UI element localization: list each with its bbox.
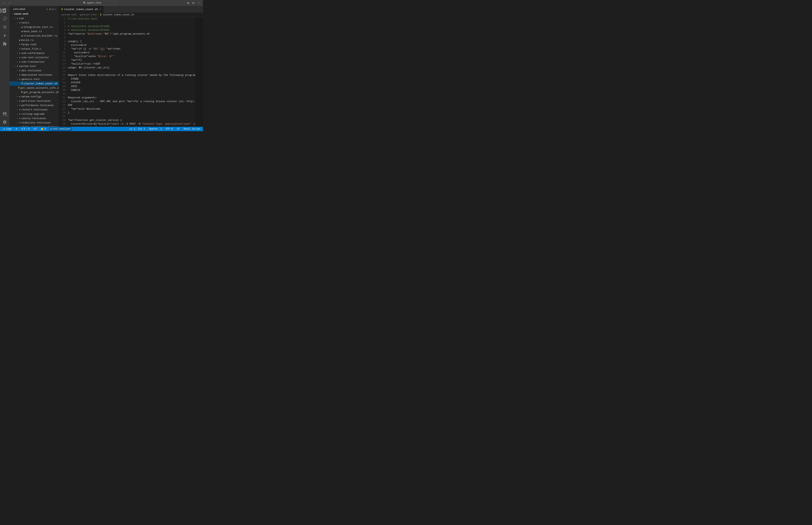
tree-item-system-test[interactable]: ▾▾system-test [10,64,59,68]
code-line: STAKE [68,77,191,81]
encoding-label: UTF-8 [166,127,173,130]
line-number: 10 [60,51,65,55]
refresh-icon[interactable]: ↺ [52,7,54,11]
code-content[interactable]: #!/usr/bin/env bash # shellcheck disable… [68,17,195,127]
code-line: cluster_rpc_url - RPC URL and port "kw">… [68,100,191,103]
tree-item-stability-testcases[interactable]: ▸▾stability-testcases [10,120,59,125]
extensions-icon[interactable] [1,40,9,48]
tree-item-svm[interactable]: ▾▾svm [10,16,59,20]
file-icon: ▾ [19,51,20,55]
search-activity-icon[interactable] [1,15,9,23]
line-number: 23 [60,100,65,103]
status-bar: ⎇ logs ⟳ ⊗ 0 ⚠ 0 ℹ 0 🔔 0 ⚙ rust-analyzer… [0,127,203,131]
tree-item-netem-configs[interactable]: ▸▾netem-configs [10,94,59,99]
layout-button[interactable]: ⊞ [186,1,190,5]
tree-item-genesis-test[interactable]: ▾▾genesis-test [10,77,59,81]
language-status[interactable]: Shell Script [183,127,201,131]
search-icon: 🔍 [83,2,86,4]
line-number: 26 [60,111,65,115]
new-file-icon[interactable]: ＋ [46,7,49,11]
settings-icon[interactable] [1,118,9,126]
activity-bar [0,6,10,127]
line-ending-label: LF [177,127,180,130]
git-branch-status[interactable]: ⎇ logs [2,127,13,131]
run-icon[interactable] [1,32,9,40]
spaces-status[interactable]: Spaces: 2 [148,127,163,131]
tree-item-integration_test-rs[interactable]: ◆integration_test.rs [10,25,59,29]
new-folder-icon[interactable]: ⊕ [49,7,51,11]
tab-bar: $ cluster_token_count.sh × [59,6,203,13]
tree-item-deprecated-testcases[interactable]: ▸▾deprecated-testcases [10,73,59,77]
tree-item-mock_bank-rs[interactable]: ◆mock_bank.rs [10,29,59,33]
tree-item-label: transaction_builder.rs [24,34,58,38]
tree-item-restart-testcases[interactable]: ▸▾restart-testcases [10,107,59,112]
folder-arrow: ▾ [13,65,17,68]
folder-arrow: ▸ [16,74,19,76]
tab-close-button[interactable]: × [99,8,101,11]
tree-item-transaction_builder-rs[interactable]: ◆transaction_builder.rs [10,33,59,38]
global-search[interactable]: 🔍 agave-zkvm [81,1,117,5]
tree-item-svm-conformance[interactable]: ▸▾svm-conformance [10,51,59,55]
back-button[interactable]: ← [2,1,6,5]
tree-item-tests[interactable]: ▾▾tests [10,20,59,25]
tree-item-abi-testcases[interactable]: ▸▾abi-testcases [10,68,59,73]
tree-item-performance-testcases[interactable]: ▸▾performance-testcases [10,103,59,107]
errors-status[interactable]: ⊗ 0 ⚠ 0 [21,127,30,131]
tree-item-svm-transaction[interactable]: ▸▾svm-transaction [10,60,59,64]
tree-item-label: rolling-upgrade [21,112,44,116]
git-icon[interactable] [1,23,9,31]
tree-item-output_file-c[interactable]: ■output_file.c [10,47,59,51]
split-button[interactable]: ⊟ [191,1,196,5]
tree-item-label: get_owned_accounts_info.sh [20,87,59,89]
tree-item-Cargo-toml[interactable]: ■Cargo.toml [10,42,59,47]
tree-item-get_program_accounts-sh[interactable]: $get_program_accounts.sh [10,90,59,94]
breadcrumb-file[interactable]: $ cluster_token_count.sh [100,13,134,16]
line-number: 1 [60,17,65,21]
file-icon: $ [18,87,19,89]
line-number: 4 [60,28,65,32]
tree-item-label: Cargo.toml [21,43,36,46]
tab-cluster-token-count[interactable]: $ cluster_token_count.sh × [59,6,104,13]
tree-item-label: deprecated-testcases [21,74,52,76]
line-number: 12 [60,58,65,62]
sync-status[interactable]: ⟳ [15,127,18,131]
code-line: EOF [68,103,191,107]
breadcrumb-genesis-test[interactable]: genesis-test [80,13,97,16]
tree-item-stake-operations-testcases[interactable]: ▸▾stake-operations-testcases [10,125,59,127]
tab-icon: $ [61,8,63,11]
root-folder[interactable]: ▾ AGAVE-ZKVM [10,12,59,16]
collapse-icon[interactable]: ⋯ [55,7,57,11]
notification-status[interactable]: 🔔 0 [40,127,47,131]
encoding-status[interactable]: UTF-8 [165,127,173,131]
tree-item-svm-rent-collector[interactable]: ▸▾svm-rent-collector [10,55,59,60]
folder-arrow: ▸ [16,69,19,72]
tree-item-get_owned_accounts_info-sh[interactable]: $get_owned_accounts_info.sh [10,86,59,90]
tree-item-label: svm-transaction [21,60,44,63]
forward-button[interactable]: → [7,1,12,5]
rust-analyzer-status[interactable]: ⚙ rust-analyzer [49,127,72,131]
git-branch-label: logs [6,127,12,130]
info-status[interactable]: ℹ 0 [33,127,37,131]
file-icon: ▾ [19,21,20,25]
explorer-icon[interactable] [1,7,9,15]
tree-item-build-rs[interactable]: ◆build.rs [10,38,59,42]
account-icon[interactable] [1,110,9,118]
tree-item-sanity-testcases[interactable]: ▸▾sanity-testcases [10,116,59,120]
tree-item-cluster_token_count-sh[interactable]: $cluster_token_count.sh [10,81,59,86]
more-button[interactable]: ⋯ [196,1,201,5]
code-line: SYSTEM [68,81,191,85]
tree-item-label: partition-testcases [21,100,50,103]
titlebar-center: 🔍 agave-zkvm [81,1,117,5]
file-icon: ▾ [19,56,20,59]
folder-arrow: ▸ [16,104,19,106]
code-line: usage: $0 [cluster_rpc_url] [68,66,191,70]
breadcrumb-system-test[interactable]: system-test [61,13,77,16]
tree-item-rolling-upgrade[interactable]: ▸▾rolling-upgrade [10,112,59,116]
rust-analyzer-label: rust-analyzer [52,127,71,130]
file-icon: ▾ [19,125,20,127]
cursor-position[interactable]: Ln 1, Col 1 [128,127,146,131]
line-number: 25 [60,107,65,111]
line-ending-status[interactable]: LF [176,127,180,131]
tree-item-label: svm [19,17,24,20]
tree-item-partition-testcases[interactable]: ▸▾partition-testcases [10,99,59,103]
